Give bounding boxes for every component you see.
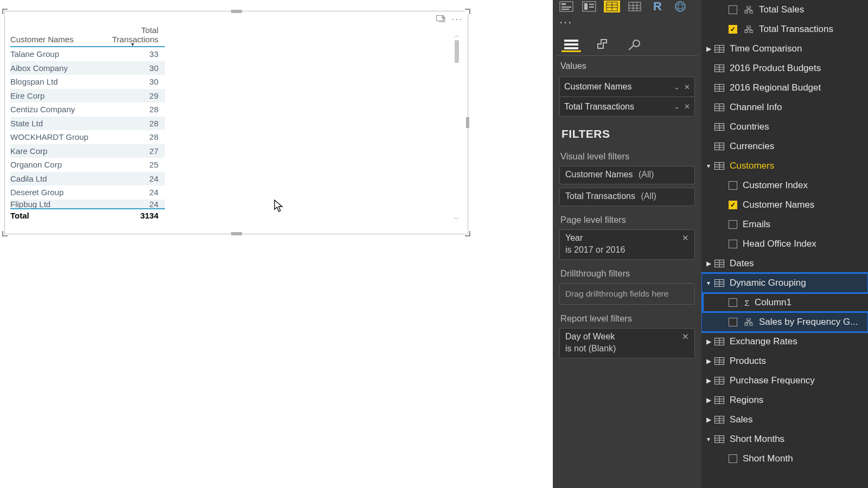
scroll-thumb[interactable] [455, 40, 459, 63]
field-table[interactable]: ▶2016 Product Budgets [701, 59, 868, 78]
visual-filter-total-transactions[interactable]: Total Transactions (All) [559, 188, 695, 206]
field-table[interactable]: ▶2016 Regional Budget [701, 78, 868, 98]
collapse-icon[interactable]: ▾ [704, 279, 713, 287]
field-column[interactable]: ▶Sales by Frequency G... [701, 312, 868, 332]
table-row[interactable]: Centizu Company28 [10, 102, 165, 117]
viz-type-r-icon[interactable]: R [649, 1, 666, 12]
field-column[interactable]: ▶Emails [701, 215, 868, 234]
table-row[interactable]: Cadila Ltd24 [10, 172, 165, 186]
values-well[interactable]: Customer Names ⌄✕ Total Transactions ⌄✕ [559, 76, 695, 117]
field-table[interactable]: ▶Products [701, 351, 868, 371]
field-column[interactable]: ▶Head Office Index [701, 234, 868, 254]
field-table[interactable]: ▶Sales [701, 410, 868, 429]
table-row[interactable]: Organon Corp25 [10, 158, 165, 172]
viz-type-kpi-icon[interactable] [581, 1, 597, 12]
field-checkbox[interactable] [729, 240, 737, 248]
value-field-customer-names[interactable]: Customer Names ⌄✕ [560, 77, 694, 97]
report-filter-day-of-week[interactable]: ✕ Day of Week is not (Blank) [559, 328, 695, 358]
field-checkbox[interactable] [729, 298, 737, 307]
expand-icon[interactable]: ▶ [704, 377, 713, 384]
table-row[interactable]: WOCKHARDT Group28 [10, 130, 165, 144]
viz-type-globe-icon[interactable] [672, 1, 688, 12]
fields-tab[interactable] [561, 37, 581, 52]
scroll-up-icon[interactable]: ︿ [454, 31, 460, 40]
field-table-dynamic-grouping[interactable]: ▾Dynamic Grouping [701, 273, 868, 293]
analytics-tab[interactable] [624, 37, 644, 52]
field-checkbox[interactable]: ✓ [729, 201, 737, 209]
field-column[interactable]: ▶ΣColumn1 [701, 293, 868, 312]
value-field-total-transactions[interactable]: Total Transactions ⌄✕ [560, 97, 694, 116]
field-checkbox[interactable] [729, 5, 737, 14]
field-table[interactable]: ▾Short Months [701, 429, 868, 449]
resize-handle-right[interactable] [466, 117, 469, 128]
field-table-customers[interactable]: ▾Customers [701, 156, 868, 176]
table-row[interactable]: Deseret Group24 [10, 185, 165, 200]
remove-field-icon[interactable]: ✕ [684, 102, 690, 111]
svg-rect-30 [744, 30, 748, 33]
resize-handle-bottom[interactable] [231, 232, 242, 235]
table-row[interactable]: Talane Group33 [10, 47, 165, 61]
table-icon [713, 64, 725, 73]
expand-icon[interactable]: ▶ [704, 416, 713, 423]
expand-icon[interactable]: ▶ [704, 338, 713, 345]
remove-filter-icon[interactable]: ✕ [682, 332, 689, 342]
remove-field-icon[interactable]: ✕ [684, 83, 690, 91]
expand-icon[interactable]: ▶ [704, 45, 713, 53]
resize-corner-br[interactable] [465, 231, 470, 236]
field-table[interactable]: ▶Currencies [701, 137, 868, 156]
table-icon [713, 357, 725, 365]
resize-corner-tr[interactable] [465, 9, 470, 14]
page-filter-year[interactable]: ✕ Year is 2017 or 2016 [559, 229, 695, 260]
table-row[interactable]: Kare Corp27 [10, 144, 165, 158]
viz-more-icon[interactable]: ··· [556, 14, 698, 33]
collapse-icon[interactable]: ▾ [704, 162, 713, 170]
field-table[interactable]: ▶Time Comparison [701, 39, 868, 59]
drillthrough-dropzone[interactable]: Drag drillthrough fields here [559, 283, 695, 305]
field-column[interactable]: ▶Short Month [701, 449, 868, 468]
field-column[interactable]: ▶✓Customer Names [701, 195, 868, 215]
focus-mode-icon[interactable] [436, 15, 446, 23]
field-column[interactable]: ▶Customer Index [701, 176, 868, 195]
table-row[interactable]: Flipbug Ltd24 [10, 200, 165, 208]
table-row[interactable]: Eire Corp29 [10, 89, 165, 103]
chevron-down-icon[interactable]: ⌄ [674, 83, 680, 91]
viz-type-matrix-icon[interactable] [627, 1, 643, 12]
field-table[interactable]: ▶Dates [701, 254, 868, 273]
field-table[interactable]: ▶Purchase Frequency [701, 371, 868, 390]
field-checkbox[interactable] [729, 181, 737, 190]
expand-icon[interactable]: ▶ [704, 357, 713, 365]
table-row[interactable]: Blogspan Ltd30 [10, 75, 165, 89]
field-table[interactable]: ▶Exchange Rates [701, 332, 868, 351]
table-row[interactable]: Aibox Company30 [10, 61, 165, 75]
field-measure[interactable]: ▶Total Sales [701, 0, 868, 20]
expand-icon[interactable]: ▶ [704, 396, 713, 404]
remove-filter-icon[interactable]: ✕ [682, 233, 689, 243]
table-scrollbar[interactable]: ︿ ﹀ [452, 31, 461, 224]
visual-filter-customer-names[interactable]: Customer Names (All) [559, 166, 695, 184]
viz-type-card-icon[interactable] [558, 1, 575, 12]
scroll-down-icon[interactable]: ﹀ [454, 215, 460, 224]
expand-icon[interactable]: ▶ [704, 260, 713, 267]
field-table[interactable]: ▶Channel Info [701, 98, 868, 117]
resize-corner-bl[interactable] [2, 231, 8, 236]
column-header-total-transactions[interactable]: Total Transactions ▼ [94, 25, 165, 44]
field-checkbox[interactable] [729, 454, 737, 463]
field-table[interactable]: ▶Regions [701, 390, 868, 410]
field-measure[interactable]: ▶✓Total Transactions [701, 20, 868, 39]
field-table[interactable]: ▶Countries [701, 117, 868, 137]
more-options-icon[interactable]: ··· [452, 15, 462, 23]
field-checkbox[interactable] [729, 220, 737, 229]
field-label: Total Transactions [759, 24, 833, 35]
resize-handle-top[interactable] [231, 10, 242, 13]
chevron-down-icon[interactable]: ⌄ [674, 102, 680, 111]
format-tab[interactable] [593, 37, 612, 52]
viz-type-table-icon[interactable] [604, 1, 620, 12]
resize-corner-tl[interactable] [2, 9, 8, 14]
collapse-icon[interactable]: ▾ [704, 435, 713, 443]
table-visual[interactable]: ··· Customer Names Total Transactions ▼ … [4, 11, 468, 234]
field-checkbox[interactable]: ✓ [729, 25, 737, 34]
column-header-customer-names[interactable]: Customer Names [10, 35, 94, 44]
report-canvas[interactable]: ··· Customer Names Total Transactions ▼ … [0, 0, 553, 488]
table-row[interactable]: State Ltd28 [10, 117, 165, 131]
field-checkbox[interactable] [729, 318, 737, 326]
